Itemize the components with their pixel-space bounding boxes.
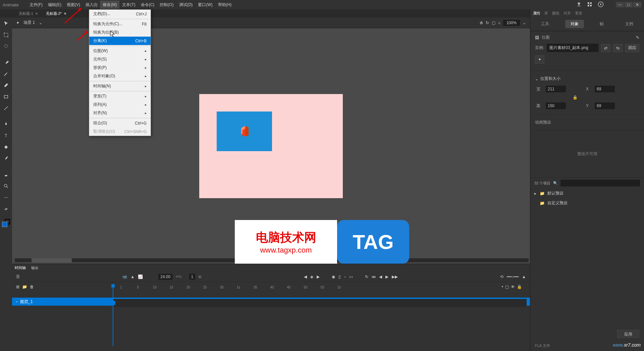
fps-value[interactable]: 24.00 (158, 274, 172, 280)
tab-tool[interactable]: 工具 (536, 20, 554, 28)
menu-convert-bitmap[interactable]: 转换为位图(B) (89, 28, 151, 37)
fit-icon[interactable]: ⟐ (498, 20, 500, 25)
zoom-fit-icon[interactable]: ▲ (522, 274, 526, 279)
menu-view[interactable]: 视图(V) (64, 1, 83, 9)
swap-colors-icon[interactable]: ⇄ (2, 205, 10, 213)
doc-tab-2[interactable]: 无标题-2* ✕ (42, 10, 70, 17)
chevron-down-icon[interactable]: ⌄ (39, 20, 42, 25)
frame-value[interactable]: 1 (189, 274, 196, 280)
delete-layer-icon[interactable]: 🗑 (30, 284, 34, 289)
lasso-tool[interactable] (2, 42, 10, 50)
rotate-icon[interactable]: ↻ (486, 20, 489, 25)
tab-output[interactable]: 输出 (31, 265, 39, 270)
marker-icon[interactable]: ▭ (349, 274, 353, 279)
tab-color[interactable]: 颜色 (552, 11, 559, 16)
chevron-down-icon[interactable]: ⌄ (523, 20, 526, 25)
layers-icon[interactable]: ☰ (16, 274, 20, 279)
free-transform-tool[interactable] (2, 31, 10, 39)
step-fwd-icon[interactable]: ▶▶ (392, 274, 398, 279)
width-input[interactable]: 211 (546, 86, 566, 92)
scene-icon[interactable]: ✦ (16, 20, 19, 25)
scene-label[interactable]: 场景 1 (23, 20, 35, 26)
selected-bitmap[interactable] (217, 112, 272, 151)
hand-tool[interactable] (2, 171, 10, 179)
menu-combine[interactable]: 合并对象(O)▸ (89, 72, 151, 80)
menu-shape[interactable]: 形状(P)▸ (89, 63, 151, 72)
preset-default[interactable]: ▸ 📁 默认预设 (530, 188, 644, 198)
add-layer-icon[interactable]: ⊞ (16, 284, 19, 289)
menu-window[interactable]: 窗口(W) (195, 1, 215, 9)
menu-help[interactable]: 帮助(H) (215, 1, 234, 9)
menu-file[interactable]: 文件(F) (27, 1, 45, 9)
play-icon[interactable] (598, 1, 604, 8)
more-tools-icon[interactable]: ⋯ (2, 193, 10, 202)
selection-tool[interactable] (2, 19, 10, 28)
menu-symbol[interactable]: 元件(S)▸ (89, 55, 151, 63)
close-icon[interactable]: ✕ (35, 12, 38, 15)
eyedropper-tool[interactable] (2, 155, 10, 163)
instance-name[interactable]: 图片素材03_副本.png (547, 44, 598, 52)
first-frame-icon[interactable]: ⏮ (372, 274, 376, 279)
pen-tool[interactable] (2, 120, 10, 128)
menu-modify[interactable]: 修改(M) (100, 1, 119, 9)
prev-icon[interactable]: ◀ (304, 274, 307, 279)
menu-timeline[interactable]: 时间轴(N)▸ (89, 82, 151, 90)
step-back-icon[interactable]: ◀ (379, 274, 382, 279)
stage[interactable] (199, 94, 343, 198)
tab-document[interactable]: 文档 (620, 20, 639, 28)
y-input[interactable]: 69 (595, 102, 615, 109)
tab-properties[interactable]: 属性 (533, 11, 540, 16)
edit-multi-icon[interactable]: ▫ (344, 274, 345, 279)
menu-document[interactable]: 文档(D)...Ctrl+J (89, 10, 151, 18)
edit-icon[interactable]: ✎ (636, 35, 639, 40)
menu-group[interactable]: 组合(G)Ctrl+G (89, 119, 151, 127)
share-icon[interactable] (576, 2, 582, 8)
timeline-slider[interactable]: ━━○━━ (507, 274, 519, 279)
menu-text[interactable]: 文本(T) (119, 1, 138, 9)
play-button[interactable]: ▶ (385, 274, 388, 279)
doc-tab-1[interactable]: 无标题-1 ✕ (15, 10, 42, 17)
center-stage-icon[interactable]: ⊕ (480, 20, 483, 25)
keyframe[interactable] (113, 301, 115, 305)
apply-button[interactable]: 应用 (617, 330, 639, 338)
keyframe-icon[interactable]: ◈ (310, 274, 313, 279)
tab-transform[interactable]: 变形 (575, 11, 582, 16)
swap-icon[interactable]: ⇄ (601, 44, 610, 52)
position-size-header[interactable]: ⌄ 位置和大小 (535, 74, 639, 84)
onion-outline-icon[interactable]: ▯ (338, 274, 341, 279)
text-tool[interactable]: T (2, 132, 10, 140)
graph-icon[interactable]: 📈 (138, 274, 143, 279)
tab-object[interactable]: 对象 (565, 20, 584, 28)
layer-name[interactable]: 图层_1 (20, 299, 33, 305)
zoom-timeline-icon[interactable]: ⟲ (500, 274, 503, 279)
height-input[interactable]: 150 (546, 102, 566, 109)
menu-debug[interactable]: 调试(D) (176, 1, 196, 9)
swap2-icon[interactable]: ⇆ (613, 44, 623, 52)
menu-edit[interactable]: 编辑(E) (45, 1, 64, 9)
menu-commands[interactable]: 命令(C) (138, 1, 157, 9)
link-icon[interactable]: 🔒 (570, 95, 580, 100)
menu-break-apart[interactable]: 分离(K)Ctrl+B (89, 37, 151, 45)
brush-tool[interactable] (2, 58, 10, 67)
pencil-tool[interactable] (2, 70, 10, 78)
zoom-tool[interactable] (2, 182, 10, 190)
timeline-track[interactable] (113, 299, 527, 307)
next-icon[interactable]: ▶ (317, 274, 320, 279)
close-button[interactable]: ✕ (633, 2, 641, 7)
menu-align[interactable]: 对齐(N)▸ (89, 109, 151, 117)
menu-insert[interactable]: 插入(I) (83, 1, 100, 9)
camera-icon[interactable]: 📹 (122, 274, 127, 279)
onion-icon[interactable]: ◉ (332, 274, 335, 279)
color-swatches[interactable] (2, 219, 10, 227)
menu-arrange[interactable]: 排列(A)▸ (89, 100, 151, 109)
track-button[interactable]: 跟踪 (625, 44, 639, 52)
x-input[interactable]: 69 (595, 86, 615, 92)
loop-icon[interactable]: ↻ (365, 274, 368, 279)
scrollbar-thumb[interactable] (32, 258, 72, 262)
minimize-button[interactable]: ─ (616, 2, 624, 7)
add-folder-icon[interactable]: 📁 (22, 284, 27, 289)
playhead[interactable] (113, 286, 113, 346)
clip-icon[interactable]: ▢ (492, 20, 495, 25)
effects-icon[interactable]: ✦ (535, 55, 544, 63)
layer-depth-icon[interactable]: ▲ (130, 274, 135, 279)
